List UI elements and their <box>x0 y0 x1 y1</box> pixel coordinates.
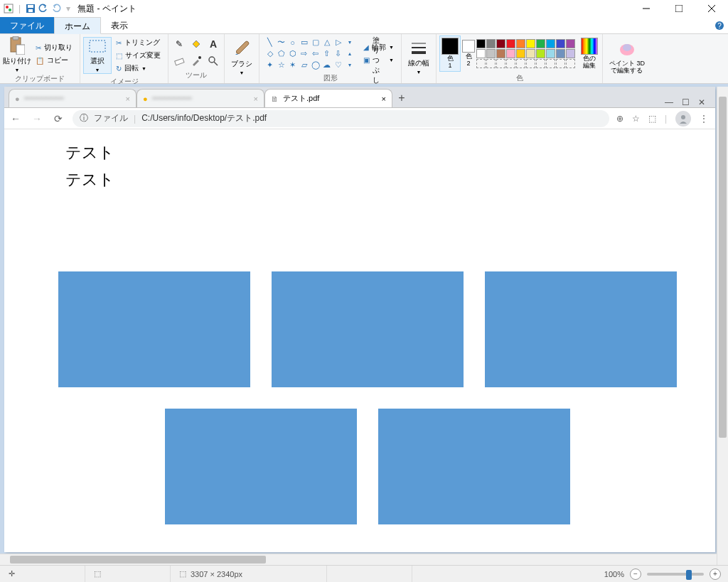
color-swatch[interactable] <box>556 59 565 68</box>
profile-avatar[interactable] <box>675 111 691 126</box>
shape-triangle-icon[interactable]: ▷ <box>333 37 343 48</box>
color-swatch[interactable] <box>476 49 486 58</box>
edit-colors-button[interactable]: 色の編集 <box>579 36 599 71</box>
shape-more-icon[interactable]: ▾ <box>344 60 355 70</box>
color-swatch[interactable] <box>556 39 565 48</box>
shape-roundrect-icon[interactable]: ▢ <box>310 37 321 48</box>
tab-view[interactable]: 表示 <box>101 17 138 33</box>
color-swatch[interactable] <box>566 59 575 68</box>
picker-icon[interactable] <box>188 53 204 69</box>
rotate-button[interactable]: ↻回転▼ <box>113 63 164 74</box>
brush-button[interactable]: ブラシ ▼ <box>228 39 256 76</box>
shape-pentagon-icon[interactable]: ⬠ <box>276 48 287 59</box>
shape-scroll-icon[interactable]: ▾ <box>344 37 355 48</box>
tab-file[interactable]: ファイル <box>0 17 54 33</box>
color-swatch[interactable] <box>516 39 525 48</box>
cut-button[interactable]: ✂切り取り <box>33 42 75 53</box>
color-swatch[interactable] <box>496 59 505 68</box>
shape-arrow-r-icon[interactable]: ⇨ <box>299 48 309 59</box>
crop-button[interactable]: ✂トリミング <box>113 37 164 48</box>
color-swatch[interactable] <box>566 49 575 58</box>
menu-icon[interactable]: ⋮ <box>700 114 708 124</box>
shape-star6-icon[interactable]: ✶ <box>287 60 298 70</box>
zoom-slider[interactable] <box>647 573 704 576</box>
color-swatch[interactable] <box>546 39 555 48</box>
color-swatch[interactable] <box>536 49 545 58</box>
color-swatch[interactable] <box>516 49 525 58</box>
help-icon[interactable]: ? <box>711 17 728 33</box>
paint3d-button[interactable]: ペイント 3Dで編集する <box>606 39 648 76</box>
shape-scroll-icon[interactable]: ▴ <box>344 48 355 59</box>
tab-close-icon[interactable]: × <box>254 95 258 103</box>
color-swatch[interactable] <box>496 49 505 58</box>
shape-rect-icon[interactable]: ▭ <box>299 37 309 48</box>
color-swatch[interactable] <box>506 59 515 68</box>
color-swatch[interactable] <box>546 49 555 58</box>
zoom-icon[interactable]: ⊕ <box>616 114 623 124</box>
color-swatch[interactable] <box>546 59 555 68</box>
minimize-button[interactable] <box>630 0 663 17</box>
browser-maximize-icon[interactable]: ☐ <box>682 97 690 107</box>
color-swatch[interactable] <box>526 59 535 68</box>
pencil-icon[interactable]: ✎ <box>171 36 187 52</box>
select-button[interactable]: 選択 ▼ <box>83 37 112 74</box>
maximize-button[interactable] <box>663 0 695 17</box>
redo-icon[interactable] <box>50 3 62 14</box>
color2-button[interactable]: 色2 <box>461 38 476 69</box>
info-icon[interactable]: ⓘ <box>80 112 88 124</box>
shape-cloud-icon[interactable]: ☁ <box>321 60 332 70</box>
shape-heart-icon[interactable]: ♡ <box>333 60 343 70</box>
color-swatch[interactable] <box>536 39 545 48</box>
fill-icon[interactable] <box>188 36 204 52</box>
color-swatch[interactable] <box>486 39 496 48</box>
magnifier-icon[interactable] <box>205 53 221 69</box>
copy-button[interactable]: 📋コピー <box>33 55 75 66</box>
color-swatch[interactable] <box>506 49 515 58</box>
shape-curve-icon[interactable]: 〜 <box>276 37 287 48</box>
shape-callout2-icon[interactable]: ◯ <box>310 60 321 70</box>
color-swatch[interactable] <box>526 39 535 48</box>
browser-close-icon[interactable]: ✕ <box>698 97 705 107</box>
shape-polygon-icon[interactable]: △ <box>321 37 332 48</box>
shape-arrow-l-icon[interactable]: ⇦ <box>310 48 321 59</box>
shape-hexagon-icon[interactable]: ⬡ <box>287 48 298 59</box>
color-swatch[interactable] <box>506 39 515 48</box>
horizontal-scrollbar[interactable] <box>0 554 717 565</box>
tab-close-icon[interactable]: × <box>126 95 130 103</box>
shape-star5-icon[interactable]: ☆ <box>276 60 287 70</box>
shape-oval-icon[interactable]: ○ <box>287 37 298 48</box>
reload-button[interactable]: ⟳ <box>51 112 65 126</box>
color-swatch[interactable] <box>526 49 535 58</box>
color-swatch[interactable] <box>486 49 496 58</box>
address-bar[interactable]: ⓘ ファイル | C:/Users/info/Desktop/テスト.pdf <box>73 110 609 127</box>
color-swatch[interactable] <box>566 39 575 48</box>
browser-tab-3[interactable]: 🗎 テスト.pdf × <box>264 89 392 107</box>
shape-arrow-u-icon[interactable]: ⇧ <box>321 48 332 59</box>
color-swatch[interactable] <box>476 39 486 48</box>
size-button[interactable]: 線の幅 ▼ <box>405 39 433 76</box>
save-icon[interactable] <box>25 3 36 14</box>
color-swatch[interactable] <box>556 49 565 58</box>
browser-tab-1[interactable]: ● ━━━━━━━━ × <box>9 89 136 107</box>
color-swatch[interactable] <box>536 59 545 68</box>
zoom-out-button[interactable]: − <box>630 568 641 580</box>
resize-button[interactable]: ⬚サイズ変更 <box>113 50 164 61</box>
shape-callout1-icon[interactable]: ▱ <box>299 60 309 70</box>
tab-home[interactable]: ホーム <box>54 17 101 34</box>
shape-arrow-d-icon[interactable]: ⇩ <box>333 48 343 59</box>
color-swatch[interactable] <box>476 59 486 68</box>
color-swatch[interactable] <box>516 59 525 68</box>
canvas[interactable]: ● ━━━━━━━━ × ● ━━━━━━━━ × 🗎 テスト.pdf × + … <box>4 87 715 552</box>
browser-tab-2[interactable]: ● ━━━━━━━━ × <box>136 89 264 107</box>
vertical-scrollbar[interactable] <box>717 87 728 565</box>
shape-diamond-icon[interactable]: ◇ <box>264 48 275 59</box>
close-button[interactable] <box>695 0 728 17</box>
color-swatch[interactable] <box>496 39 505 48</box>
shape-star4-icon[interactable]: ✦ <box>264 60 275 70</box>
undo-icon[interactable] <box>38 3 49 14</box>
shape-line-icon[interactable]: ╲ <box>264 37 275 48</box>
zoom-in-button[interactable]: + <box>710 568 721 580</box>
paste-button[interactable]: 貼り付け ▼ <box>3 36 31 72</box>
text-icon[interactable]: A <box>205 36 221 52</box>
favorite-icon[interactable]: ☆ <box>632 114 640 124</box>
